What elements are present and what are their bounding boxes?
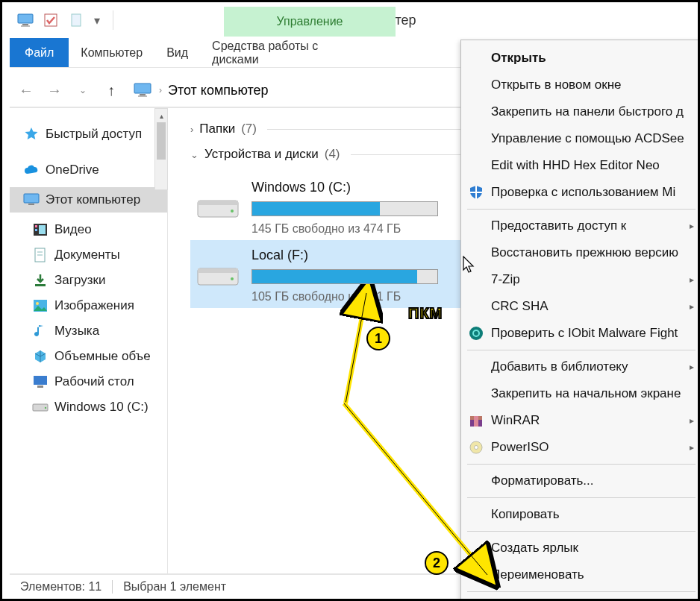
- ctx-copy[interactable]: Копировать: [461, 501, 700, 528]
- sidebar-item-this-pc[interactable]: Этот компьютер: [10, 187, 167, 213]
- sidebar-label: Видео: [54, 222, 92, 237]
- nav-forward-button: →: [44, 80, 65, 101]
- ctx-crc-sha[interactable]: CRC SHA▸: [461, 293, 700, 320]
- status-item-count: Элементов: 11: [20, 580, 101, 594]
- sidebar-item-3d-objects[interactable]: Объемные объе: [10, 344, 167, 369]
- group-count: (4): [325, 147, 340, 162]
- sidebar-label: Музыка: [54, 324, 99, 339]
- ctx-defender-scan[interactable]: Проверка с использованием Mi: [461, 179, 700, 206]
- ctx-hex-editor[interactable]: Edit with HHD Hex Editor Neo: [461, 152, 700, 179]
- svg-rect-0: [18, 14, 33, 23]
- drive-item-c[interactable]: Windows 10 (C:) 145 ГБ свободно из 474 Г…: [190, 172, 474, 240]
- ctx-open-new-window[interactable]: Открыть в новом окне: [461, 72, 700, 98]
- sidebar-item-onedrive[interactable]: OneDrive: [10, 157, 167, 183]
- ctx-create-shortcut[interactable]: Создать ярлык: [461, 535, 700, 561]
- ctx-rename[interactable]: Переименовать: [461, 561, 700, 588]
- poweriso-icon: [467, 438, 485, 456]
- capacity-fill: [252, 202, 380, 215]
- ctx-add-library[interactable]: Добавить в библиотеку▸: [461, 353, 700, 380]
- scroll-thumb[interactable]: [157, 122, 166, 160]
- breadcrumb-this-pc[interactable]: Этот компьютер: [168, 83, 269, 98]
- scroll-up-icon[interactable]: ▴: [155, 109, 167, 122]
- drive-free-text: 105 ГБ свободно из 931 ГБ: [251, 290, 468, 303]
- annotation-marker-1: 1: [366, 327, 390, 350]
- tab-drive-tools[interactable]: Средства работы с дисками: [200, 38, 372, 67]
- iobit-icon: [467, 324, 485, 342]
- svg-point-38: [475, 446, 478, 450]
- ctx-separator: [467, 497, 696, 498]
- this-pc-icon: [23, 192, 40, 208]
- downloads-icon: [32, 272, 49, 289]
- new-folder-icon[interactable]: [68, 12, 84, 28]
- nav-up-button[interactable]: ↑: [101, 80, 122, 101]
- video-icon: [32, 221, 49, 238]
- documents-icon: [32, 247, 49, 263]
- this-pc-icon: [17, 12, 34, 28]
- winrar-icon: [467, 412, 485, 429]
- sidebar-scrollbar[interactable]: ▴: [154, 108, 168, 190]
- nav-pane: ▴ Быстрый доступ OneDrive Этот компьютер: [10, 108, 168, 573]
- sidebar-item-documents[interactable]: Документы: [10, 242, 167, 268]
- group-count: (7): [241, 122, 257, 136]
- drive-icon: [196, 255, 240, 289]
- svg-rect-20: [34, 376, 47, 385]
- chevron-right-icon: ›: [190, 124, 193, 135]
- ctx-7zip[interactable]: 7-Zip▸: [461, 266, 700, 293]
- sidebar-item-desktop[interactable]: Рабочий стол: [10, 369, 167, 394]
- tab-file[interactable]: Файл: [10, 38, 69, 67]
- ctx-poweriso[interactable]: PowerISO▸: [461, 434, 700, 461]
- nav-history-dropdown[interactable]: ⌄: [72, 80, 93, 101]
- annotation-marker-2: 2: [425, 551, 449, 575]
- window-frame: ▾ Этот компьютер Управление Файл Компьют…: [0, 0, 700, 601]
- ctx-separator: [467, 531, 696, 532]
- sidebar-label: Быстрый доступ: [46, 127, 142, 142]
- ctx-restore-previous[interactable]: Восстановить прежнюю версию: [461, 239, 700, 266]
- ctx-pin-start[interactable]: Закрепить на начальном экране: [461, 380, 700, 407]
- properties-checkbox-icon[interactable]: [43, 12, 59, 28]
- svg-point-19: [36, 302, 39, 305]
- sidebar-item-downloads[interactable]: Загрузки: [10, 268, 167, 293]
- ctx-open[interactable]: Открыть: [461, 45, 700, 72]
- ctx-properties[interactable]: Свойства: [461, 595, 700, 601]
- nav-back-button[interactable]: ←: [16, 80, 37, 101]
- group-name: Папки: [199, 122, 235, 136]
- sidebar-label: Объемные объе: [54, 349, 151, 364]
- svg-point-32: [469, 327, 483, 340]
- svg-point-26: [231, 210, 234, 213]
- qat-dropdown-icon[interactable]: ▾: [93, 13, 101, 28]
- sidebar-item-quick-access[interactable]: Быстрый доступ: [10, 122, 167, 147]
- svg-rect-13: [39, 225, 46, 234]
- qat-separator: [113, 10, 113, 30]
- group-name: Устройства и диски: [204, 147, 319, 162]
- star-icon: [23, 126, 40, 142]
- manage-contextual-tab[interactable]: Управление: [224, 7, 396, 37]
- sidebar-item-videos[interactable]: Видео: [10, 217, 167, 242]
- ctx-give-access[interactable]: Предоставить доступ к▸: [461, 213, 700, 239]
- tab-view[interactable]: Вид: [154, 38, 200, 67]
- sidebar-item-drive-c[interactable]: Windows 10 (C:): [10, 394, 167, 420]
- ctx-manage-acdsee[interactable]: Управление с помощью ACDSee: [461, 125, 700, 152]
- sidebar-label: Этот компьютер: [46, 192, 140, 207]
- chevron-right-icon[interactable]: ›: [159, 85, 162, 95]
- svg-rect-12: [35, 229, 37, 231]
- svg-rect-11: [35, 225, 37, 227]
- drive-icon: [196, 187, 240, 221]
- this-pc-icon: [134, 83, 153, 98]
- sidebar-label: Рабочий стол: [54, 374, 134, 389]
- svg-rect-6: [140, 94, 146, 95]
- capacity-bar: [251, 201, 438, 216]
- drive-item-f[interactable]: Local (F:) 105 ГБ свободно из 931 ГБ: [190, 240, 474, 308]
- tab-computer[interactable]: Компьютер: [69, 38, 154, 67]
- drive-free-text: 145 ГБ свободно из 474 ГБ: [251, 222, 468, 236]
- svg-point-23: [45, 407, 46, 409]
- ctx-winrar[interactable]: WinRAR▸: [461, 407, 700, 434]
- svg-rect-31: [470, 192, 482, 193]
- address-bar[interactable]: › Этот компьютер: [134, 83, 269, 98]
- sidebar-label: Изображения: [54, 298, 134, 313]
- sidebar-item-music[interactable]: Музыка: [10, 318, 167, 344]
- ctx-iobit[interactable]: Проверить с IObit Malware Fight: [461, 320, 700, 347]
- ctx-format[interactable]: Форматировать...: [461, 468, 700, 494]
- sidebar-item-pictures[interactable]: Изображения: [10, 293, 167, 318]
- annotation-pkm-label: ПКМ: [408, 305, 443, 322]
- ctx-pin-quick-access[interactable]: Закрепить на панели быстрого д: [461, 98, 700, 125]
